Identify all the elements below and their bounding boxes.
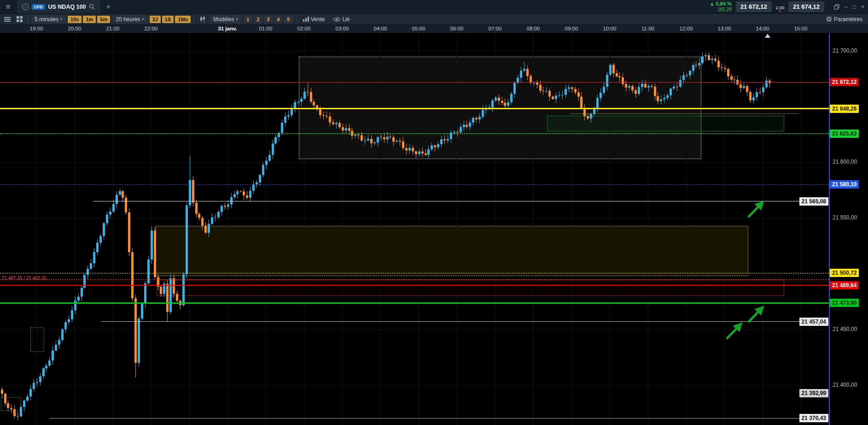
price-level-label[interactable]: 21 648,26 (830, 105, 859, 113)
change-points: 182,28 (710, 7, 732, 12)
sell-price-button[interactable]: 21 672,12 (736, 1, 772, 12)
chart-number-button[interactable]: 5 (284, 16, 293, 23)
price-level-line[interactable] (0, 285, 829, 286)
price-level-line[interactable] (0, 302, 829, 304)
price-level-label[interactable]: 21 625,63 (830, 130, 859, 138)
spread-indicator: 2,00 ▼ (776, 1, 785, 13)
daily-change: ▲ 0,84 % 182,28 (710, 1, 732, 12)
time-tick[interactable]: 13:00 (711, 26, 738, 31)
quick-interval-group: 10s1m5m (68, 16, 110, 23)
eye-icon (333, 17, 340, 22)
price-level-line[interactable] (101, 321, 829, 322)
quick-range-button[interactable]: 3J (150, 16, 161, 23)
time-tick[interactable]: 31 janv. (214, 26, 241, 31)
chart-number-button[interactable]: 2 (254, 16, 262, 23)
price-level-label[interactable]: 21 392,99 (799, 389, 828, 397)
volume-toggle[interactable]: Vente (300, 15, 328, 24)
volume-bars-icon (303, 17, 309, 22)
time-tick[interactable]: 11:00 (634, 26, 662, 31)
instrument-title: US NDAQ 100 (48, 4, 86, 10)
spread-value: 2,00 (776, 5, 785, 10)
quick-range-button[interactable]: 1S (162, 16, 174, 23)
chart-number-button[interactable]: 1 (244, 16, 252, 23)
topbar-right: ▲ 0,84 % 182,28 21 672,12 2,00 ▼ 21 674,… (710, 0, 868, 13)
time-tick[interactable]: 05:00 (405, 26, 432, 31)
time-tick[interactable]: 22:00 (137, 26, 165, 31)
time-tick[interactable]: 08:00 (519, 26, 547, 31)
time-tick[interactable]: 12:00 (672, 26, 700, 31)
quick-interval-button[interactable]: 5m (97, 16, 110, 23)
price-level-label[interactable]: 21 457,04 (799, 318, 828, 326)
chart-number-button[interactable]: 4 (274, 16, 283, 23)
add-tab-button[interactable]: + (100, 3, 116, 11)
menu-button[interactable]: ≡ (0, 0, 17, 13)
time-tick[interactable]: 09:00 (558, 26, 585, 31)
linked-toggle-label: Lié (342, 16, 350, 23)
price-level-line[interactable] (0, 273, 829, 273)
quick-range-button[interactable]: 1Mo (175, 16, 191, 23)
interval-dropdown[interactable]: 5 minutes ▾ (31, 15, 65, 24)
time-tick[interactable]: 02:00 (290, 26, 318, 31)
quick-interval-button[interactable]: 10s (68, 16, 82, 23)
price-axis[interactable]: 21 700,0021 600,0021 550,0021 450,0021 4… (829, 33, 868, 425)
time-tick[interactable]: 03:00 (328, 26, 356, 31)
maximize-icon[interactable]: □ (853, 4, 856, 10)
time-tick[interactable]: 20:00 (61, 26, 88, 31)
chart-number-button[interactable]: 3 (264, 16, 273, 23)
segment-line[interactable] (570, 113, 799, 114)
interval-label: 5 minutes (35, 16, 58, 23)
time-tick[interactable]: 01:00 (252, 26, 280, 31)
price-axis-tick: 21 600,00 (833, 159, 857, 165)
time-tick[interactable]: 14:00 (749, 26, 776, 31)
candlestick-canvas[interactable] (0, 33, 829, 425)
price-level-label[interactable]: 21 473,90 (830, 299, 859, 307)
chart-type-icon[interactable] (198, 15, 208, 23)
search-icon[interactable] (89, 4, 95, 10)
watchlist-icon[interactable] (2, 16, 12, 23)
price-level-line[interactable] (93, 201, 829, 201)
settings-button[interactable]: Paramètres (823, 15, 866, 24)
time-tick[interactable]: 04:00 (367, 26, 394, 31)
time-tick[interactable]: 19:00 (23, 26, 50, 31)
price-level-line[interactable] (0, 279, 829, 280)
time-axis[interactable]: 19:0020:0021:0022:0031 janv.01:0002:0003… (0, 25, 868, 33)
linked-toggle[interactable]: Lié (330, 15, 353, 24)
quick-interval-button[interactable]: 1m (83, 16, 96, 23)
time-tick[interactable]: 15:00 (787, 26, 815, 31)
price-level-line[interactable] (50, 418, 829, 419)
time-marker[interactable] (765, 34, 770, 38)
price-level-line[interactable] (0, 82, 829, 83)
buy-price-button[interactable]: 21 674,12 (788, 1, 824, 12)
chevron-down-icon: ▾ (60, 17, 62, 21)
price-level-label[interactable]: 21 370,43 (799, 414, 828, 422)
cfd-badge: CFD (32, 4, 45, 10)
layout-grid-icon[interactable] (15, 15, 24, 23)
time-tick[interactable]: 07:00 (481, 26, 509, 31)
price-level-label[interactable]: 21 672,12 (830, 78, 859, 86)
toolbar-separator (296, 16, 297, 23)
price-level-line[interactable] (0, 133, 829, 134)
time-tick[interactable]: 06:00 (443, 26, 471, 31)
price-level-line[interactable] (0, 108, 829, 109)
price-level-label[interactable]: 21 580,10 (830, 180, 859, 189)
price-level-label[interactable]: 21 500,72 (830, 269, 859, 277)
window-controls: – □ × (834, 4, 864, 10)
close-icon[interactable]: × (861, 4, 864, 10)
chevron-down-icon: ▾ (142, 17, 144, 21)
time-tick[interactable]: 10:00 (596, 26, 623, 31)
trading-platform: ≡ i CFD US NDAQ 100 + ▲ 0,84 % 182,28 21… (0, 0, 868, 425)
price-level-line[interactable] (0, 184, 829, 185)
chart-toolbar: 5 minutes ▾ 10s1m5m 20 heures ▾ 3J1S1Mo … (0, 14, 868, 25)
range-dropdown[interactable]: 20 heures ▾ (112, 15, 147, 24)
minimize-icon[interactable]: – (845, 4, 848, 10)
models-dropdown[interactable]: Modèles ▾ (210, 15, 241, 24)
price-level-label[interactable]: 21 565,08 (799, 197, 828, 206)
price-level-label[interactable]: 21 489,84 (830, 281, 859, 289)
instrument-tab[interactable]: i CFD US NDAQ 100 (17, 0, 100, 13)
models-label: Modèles (213, 16, 234, 23)
info-icon[interactable]: i (22, 4, 29, 10)
chevron-down-icon: ▾ (236, 17, 238, 21)
price-axis-tick: 21 550,00 (833, 214, 857, 221)
popout-icon[interactable] (834, 4, 839, 10)
time-tick[interactable]: 21:00 (99, 26, 127, 31)
